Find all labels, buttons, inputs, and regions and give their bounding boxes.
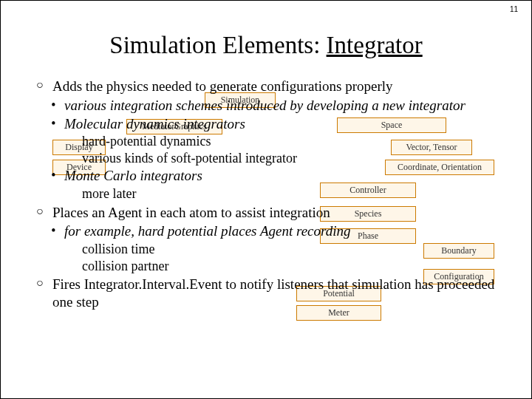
bullet-l1: Adds the physics needed to generate conf…: [36, 78, 502, 95]
bullet-l3: hard-potential dynamics: [82, 133, 502, 150]
bullet-l2: Monte Carlo integrators: [51, 167, 502, 185]
bullet-l3: collision partner: [82, 258, 502, 275]
bullet-l3: various kinds of soft-potential integrat…: [82, 150, 502, 167]
bullet-l2: for example, hard potential places Agent…: [51, 222, 502, 240]
bullet-l2: Molecular dynamics integrators: [51, 115, 502, 133]
title-text-a: Simulation Elements:: [109, 32, 326, 58]
title-text-b: Integrator: [327, 32, 423, 58]
bullet-l3: more later: [82, 185, 502, 202]
bullet-l3: collision time: [82, 241, 502, 258]
slide-title: Simulation Elements: Integrator: [1, 32, 531, 59]
slide-content: Adds the physics needed to generate conf…: [36, 76, 502, 313]
page-number: 11: [510, 5, 518, 13]
bullet-l1: Fires Integrator.Interval.Event to notif…: [36, 276, 502, 311]
bullet-l1: Places an Agent in each atom to assist i…: [36, 204, 502, 222]
bullet-l2: various integration schemes introduced b…: [51, 97, 502, 115]
